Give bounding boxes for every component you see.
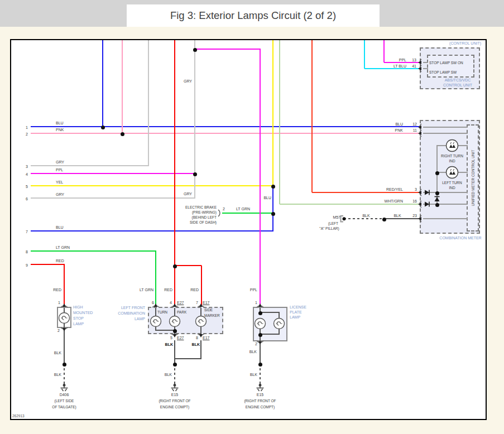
junction-dot [271, 185, 275, 189]
junction-dot [173, 363, 177, 367]
wire-color-label: LT GRN [236, 207, 250, 211]
wire-segment [155, 252, 156, 305]
component-caption: LEFT FRONT [121, 306, 145, 310]
wire-segment [279, 40, 280, 204]
connector-ref: E17 [203, 301, 209, 305]
signal-label: STOP LAMP SW [429, 70, 457, 75]
m57-splice-icon [339, 215, 348, 223]
component-caption: LAMP [135, 317, 145, 321]
pin-number: 6 [152, 301, 154, 305]
wire-segment [174, 340, 175, 364]
pin-number: 11 [413, 128, 417, 133]
junction-dot [435, 203, 439, 207]
location-note: ENGINE COMPT) [160, 405, 189, 409]
pin-number: 8 [196, 336, 198, 340]
pin-number: 1 [58, 301, 60, 305]
indicator-label: LEFT TURN [442, 181, 462, 185]
wire-color-label: BLU [395, 122, 403, 127]
wire-color-label: GRY [56, 160, 64, 165]
junction-dot [435, 171, 439, 175]
wire-color-label: PPL [56, 168, 63, 172]
pin-number: 23 [412, 214, 417, 218]
wire-segment [31, 173, 195, 174]
location-note: (RIGHT FRONT OF [244, 399, 276, 403]
wire-color-label: BLK [362, 214, 369, 218]
junction-dot [382, 218, 386, 221]
location-note: "A" PILLAR) [319, 226, 339, 231]
wire-color-label: YEL [56, 180, 63, 185]
wire-segment [31, 126, 420, 127]
wire-color-label: BLK [249, 350, 257, 354]
junction-dot [101, 126, 105, 129]
pin-number: 1 [255, 301, 257, 305]
led-indicator-icon [445, 166, 459, 179]
pin-number: 5 [170, 336, 172, 340]
bulb-label: MARKER [204, 314, 220, 318]
wire-color-label: PPL [399, 58, 406, 62]
ground-id: E15 [171, 393, 178, 397]
circuit-number: 6 [26, 197, 28, 201]
wire-segment [344, 218, 385, 219]
connector-ref: M57 [333, 215, 340, 220]
wire-segment [260, 334, 280, 335]
location-note: (LEFT SIDE [55, 399, 74, 403]
pin-connector-icon [59, 301, 69, 311]
wire-segment [31, 264, 65, 265]
electric-brake-note: SIDE OF DASH) [190, 220, 217, 225]
bulb-label: SIDE [204, 308, 213, 312]
location-note: (LEFT [328, 221, 338, 226]
ground-icon [59, 384, 69, 393]
pin-number: 3 [415, 187, 417, 192]
pin-number: 2 [255, 342, 257, 346]
junction-dot [258, 311, 262, 315]
pin-number: 41 [412, 64, 416, 69]
bulb-icon [58, 312, 70, 324]
pin-number: 13 [412, 58, 416, 62]
wire-color-label: BLU [56, 121, 64, 126]
wire-color-label: GRY [184, 79, 192, 84]
circuit-number: 3 [26, 165, 28, 169]
wire-color-label: BLK [250, 373, 257, 377]
wire-color-label: RED [164, 288, 172, 292]
component-caption: HIGH [73, 305, 83, 310]
wire-color-label: RED/YEL [386, 187, 403, 192]
circuit-number: 1 [26, 126, 28, 130]
pin-number: 7 [196, 301, 198, 305]
connector-ref: E27 [177, 301, 184, 305]
junction-dot [121, 132, 124, 136]
wire-segment [260, 49, 261, 305]
junction-dot [258, 363, 262, 367]
wire-color-label: BLK [165, 373, 172, 377]
bulb-icon [273, 317, 285, 330]
diode-icon [433, 194, 441, 203]
pin-number: 16 [412, 199, 417, 204]
wire-color-label: BLU [56, 225, 64, 230]
wire-segment [64, 364, 65, 385]
ground-icon [170, 384, 180, 393]
wire-segment [272, 40, 273, 187]
led-indicator-icon [445, 139, 459, 152]
component-caption: COMBINATION [118, 311, 145, 316]
junction-dot [193, 172, 197, 176]
pin-number: 12 [412, 122, 417, 127]
wire-segment [311, 40, 313, 192]
circuit-number: 9 [26, 263, 28, 268]
pin-number: 2 [223, 207, 225, 211]
junction-dot [271, 212, 275, 216]
location-note: OF TAILGATE) [52, 405, 76, 409]
wire-segment [148, 40, 149, 166]
circuit-number: 4 [26, 172, 28, 177]
bulb-label: PARK [177, 310, 186, 315]
wire-segment [200, 340, 201, 359]
component-caption: (CONTROL UNIT) [449, 41, 481, 46]
component-caption: CONTROL UNIT [443, 83, 472, 88]
wire-segment [423, 133, 468, 134]
wire-segment [64, 265, 65, 305]
wire-color-label: PNK [395, 128, 403, 133]
wire-color-label: LT GRN [140, 288, 153, 292]
wire-segment [31, 197, 195, 199]
wire-segment [272, 186, 273, 232]
bulb-label: TURN [157, 310, 167, 315]
wire-color-label: BLK [192, 343, 200, 347]
wire-segment [175, 265, 201, 266]
